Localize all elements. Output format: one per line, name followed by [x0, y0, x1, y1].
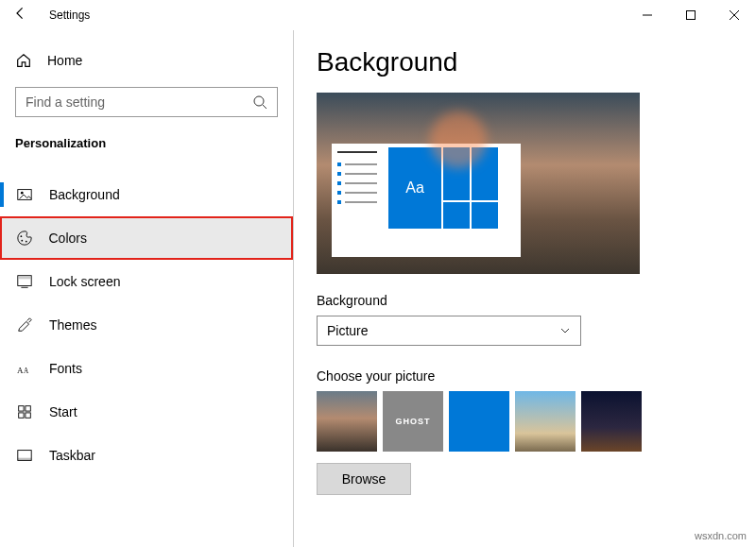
sidebar-item-fonts[interactable]: AA Fonts [0, 347, 293, 390]
sidebar-home-label: Home [47, 53, 82, 68]
sidebar-section-label: Personalization [0, 136, 293, 160]
picture-thumb-1[interactable] [317, 391, 377, 452]
search-placeholder: Find a setting [26, 94, 105, 110]
sidebar-item-label: Lock screen [49, 274, 120, 289]
start-icon [15, 402, 34, 421]
svg-rect-1 [687, 11, 696, 20]
sidebar-item-label: Fonts [49, 361, 82, 376]
browse-button[interactable]: Browse [317, 463, 411, 495]
search-input[interactable]: Find a setting [15, 87, 278, 117]
svg-point-10 [25, 241, 26, 243]
svg-rect-12 [19, 277, 31, 280]
sidebar-item-themes[interactable]: Themes [0, 303, 293, 347]
palette-icon [15, 229, 34, 248]
main-panel: Background Aa [293, 30, 756, 547]
sidebar-item-label: Taskbar [49, 448, 95, 463]
background-select[interactable]: Picture [317, 316, 581, 346]
choose-picture-label: Choose your picture [317, 368, 730, 384]
svg-rect-18 [19, 413, 24, 418]
svg-point-7 [21, 192, 24, 195]
svg-rect-21 [18, 458, 31, 461]
sidebar-item-lockscreen[interactable]: Lock screen [0, 260, 293, 303]
sidebar-item-taskbar[interactable]: Taskbar [0, 434, 293, 477]
svg-point-4 [254, 96, 264, 106]
chevron-down-icon [559, 325, 571, 336]
preview-tile-aa: Aa [388, 147, 441, 229]
svg-point-9 [21, 240, 23, 242]
sidebar-nav: Background Colors Lock screen Themes AA … [0, 173, 293, 477]
picture-thumb-2[interactable]: GHOST [383, 391, 443, 452]
svg-rect-19 [26, 413, 30, 418]
sidebar-item-label: Start [49, 404, 77, 419]
picture-thumb-5[interactable] [581, 391, 642, 452]
svg-rect-16 [19, 406, 24, 411]
sidebar-item-start[interactable]: Start [0, 390, 293, 434]
picture-thumb-4[interactable] [515, 391, 576, 452]
window-controls [626, 0, 756, 30]
maximize-button[interactable] [669, 0, 713, 30]
sidebar-item-label: Background [49, 187, 120, 202]
sidebar-item-background[interactable]: Background [0, 173, 293, 216]
minimize-button[interactable] [626, 0, 669, 30]
preview-sample-window: Aa [332, 144, 521, 257]
search-icon [252, 94, 267, 110]
sidebar: Home Find a setting Personalization Back… [0, 30, 293, 547]
background-preview: Aa [317, 93, 640, 274]
close-button[interactable] [713, 0, 756, 30]
home-icon [15, 52, 32, 69]
picture-icon [15, 185, 34, 204]
sidebar-item-label: Colors [49, 231, 87, 246]
svg-point-8 [20, 235, 22, 237]
sidebar-item-colors[interactable]: Colors [0, 216, 293, 260]
svg-text:A: A [24, 368, 29, 375]
sidebar-home[interactable]: Home [0, 42, 293, 79]
picture-thumb-3[interactable] [449, 391, 509, 452]
lockscreen-icon [15, 272, 34, 291]
background-field-label: Background [317, 293, 730, 308]
watermark: wsxdn.com [695, 530, 747, 541]
sidebar-item-label: Themes [49, 317, 97, 333]
svg-text:A: A [17, 366, 24, 375]
svg-line-5 [263, 105, 266, 109]
background-select-value: Picture [327, 323, 369, 338]
window-title: Settings [49, 9, 90, 22]
fonts-icon: AA [15, 359, 34, 378]
taskbar-icon [15, 446, 34, 465]
picture-thumbnails: GHOST [317, 391, 730, 452]
themes-icon [15, 316, 34, 334]
svg-rect-17 [26, 406, 30, 411]
page-title: Background [317, 47, 730, 77]
back-icon[interactable] [13, 6, 32, 25]
